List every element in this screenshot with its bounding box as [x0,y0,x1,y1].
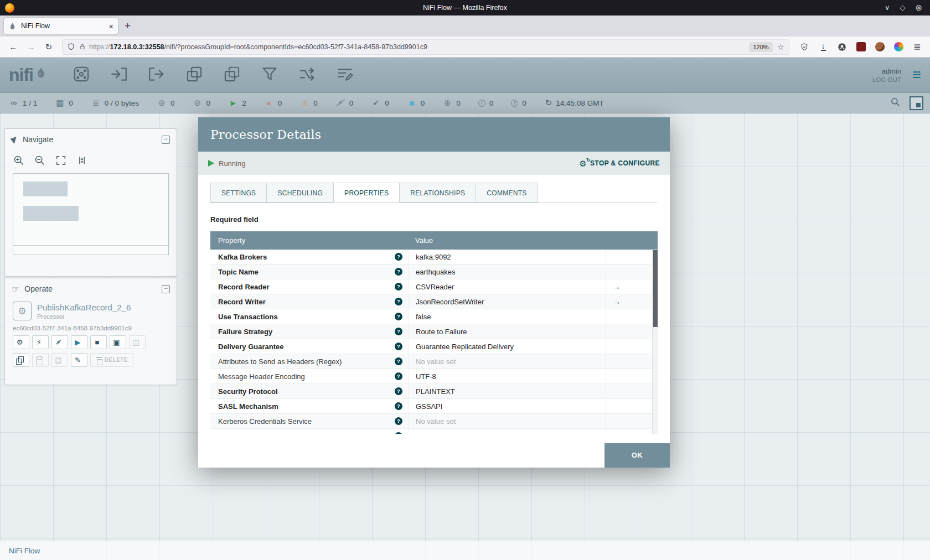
value-cell[interactable]: kafka:9092 [409,250,606,264]
component-toolbar-button[interactable] [106,63,132,88]
operate-button[interactable] [32,353,49,367]
property-row[interactable]: Record Writer JsonRecordSetWriter [210,294,658,309]
property-row[interactable]: SASL Mechanism GSSAPI [210,399,658,414]
birdseye-minimap[interactable] [13,173,169,255]
panel-toggle-button[interactable] [910,96,923,110]
property-row[interactable]: Kerberos Credentials Service No value se… [210,414,658,429]
component-toolbar-button[interactable] [294,63,320,88]
new-tab-button[interactable] [125,20,131,32]
dialog-tab[interactable]: PROPERTIES [334,183,400,203]
operate-button[interactable]: ■ [90,335,107,349]
property-row[interactable]: Attributes to Send as Headers (Regex) No… [210,354,658,369]
menu-icon[interactable] [910,40,924,54]
component-toolbar-button[interactable] [332,63,358,88]
pocket-shield-icon[interactable] [797,40,812,54]
tab-close-icon[interactable] [108,22,113,31]
back-button[interactable] [6,39,21,55]
operate-button[interactable]: ⚡ [51,335,68,349]
help-icon[interactable] [395,298,402,305]
help-icon[interactable] [395,283,402,291]
dialog-tab[interactable]: SCHEDULING [267,183,334,203]
account-icon[interactable] [835,40,849,54]
minimize-icon[interactable] [885,0,890,16]
operate-button[interactable]: ▶ [71,335,87,349]
component-toolbar-button[interactable] [219,63,245,88]
zoom-out-icon[interactable] [34,154,46,167]
lock-icon[interactable] [79,43,86,50]
operate-button[interactable]: ✎ [71,353,87,367]
bookmark-star-icon[interactable] [777,42,784,52]
tracking-shield-icon[interactable] [67,43,75,51]
stop-and-configure-button[interactable]: STOP & CONFIGURE [579,159,660,168]
refresh-icon[interactable] [545,98,552,108]
close-icon[interactable] [915,0,922,16]
help-icon[interactable] [395,268,402,276]
collapse-navigate-button[interactable] [162,136,170,144]
help-icon[interactable] [395,372,402,380]
value-cell[interactable]: earthquakes [409,265,606,279]
value-cell[interactable]: JsonRecordSetWriter [409,294,606,309]
dialog-tab[interactable]: SETTINGS [210,183,267,203]
zoom-indicator[interactable]: 120% [749,42,772,52]
forward-button[interactable] [23,39,39,55]
operate-button[interactable]: ⚡ [32,335,49,349]
value-cell[interactable]: GSSAPI [409,399,606,413]
zoom-fit-icon[interactable] [55,154,67,167]
operate-button[interactable]: ◫ [129,335,146,349]
help-icon[interactable] [395,387,402,395]
help-icon[interactable] [395,417,402,425]
property-row[interactable]: Topic Name earthquakes [210,265,658,279]
value-cell[interactable]: PLAINTEXT [409,384,606,398]
value-cell[interactable]: Route to Failure [409,324,606,339]
property-row[interactable]: Message Header Encoding UTF-8 [210,369,658,384]
avatar-extension-icon[interactable] [872,40,887,54]
value-cell[interactable]: No value set [409,429,606,434]
operate-button[interactable]: ▣ [110,335,126,349]
value-cell[interactable]: Guarantee Replicated Delivery [409,339,606,354]
property-row[interactable]: Security Protocol PLAINTEXT [210,384,658,399]
zoom-in-icon[interactable] [13,154,25,167]
breadcrumb-root[interactable]: NiFi Flow [9,547,40,555]
value-cell[interactable]: CSVReader [409,279,606,294]
global-menu-icon[interactable] [912,66,921,84]
property-row[interactable]: Record Reader CSVReader [210,279,658,294]
value-cell[interactable]: No value set [409,354,606,369]
goto-service-icon[interactable] [613,297,621,306]
help-icon[interactable] [395,357,402,365]
pinwheel-extension-icon[interactable] [891,40,906,54]
zoom-actual-icon[interactable] [76,154,88,167]
collapse-operate-button[interactable] [162,285,170,293]
help-icon[interactable] [395,432,402,434]
help-icon[interactable] [395,402,402,410]
url-bar[interactable]: https://172.18.0.3:32558/nifi/?processGr… [62,39,789,55]
table-scrollbar[interactable] [652,250,658,434]
property-row[interactable]: Delivery Guarantee Guarantee Replicated … [210,339,658,354]
help-icon[interactable] [395,313,402,320]
help-icon[interactable] [395,343,402,350]
logout-link[interactable]: LOG OUT [872,76,901,83]
property-row[interactable]: Kafka Brokers kafka:9092 [210,250,658,265]
component-toolbar-button[interactable] [69,63,94,88]
property-row[interactable]: Use Transactions false [210,309,658,324]
ok-button[interactable]: OK [604,443,670,468]
operate-button[interactable] [13,353,29,367]
property-row[interactable]: Kerberos Service Name No value set [210,429,658,434]
help-icon[interactable] [395,328,402,335]
scrollbar-thumb[interactable] [653,250,658,327]
ublock-extension-icon[interactable] [854,40,868,54]
operate-button[interactable]: DELETE [90,353,133,367]
reload-button[interactable] [41,39,56,55]
property-row[interactable]: Failure Strategy Route to Failure [210,324,658,339]
operate-button[interactable]: ⚙ [13,335,29,349]
help-icon[interactable] [395,253,402,261]
search-icon[interactable] [890,97,901,109]
downloads-icon[interactable]: ↓ [816,40,830,54]
component-toolbar-button[interactable] [257,63,282,88]
component-toolbar-button[interactable] [144,63,169,88]
maximize-icon[interactable] [900,0,905,16]
value-cell[interactable]: UTF-8 [409,369,606,383]
component-toolbar-button[interactable] [182,63,207,88]
goto-service-icon[interactable] [613,282,621,291]
value-cell[interactable]: false [409,309,606,324]
operate-button[interactable]: ▤ [51,353,68,367]
